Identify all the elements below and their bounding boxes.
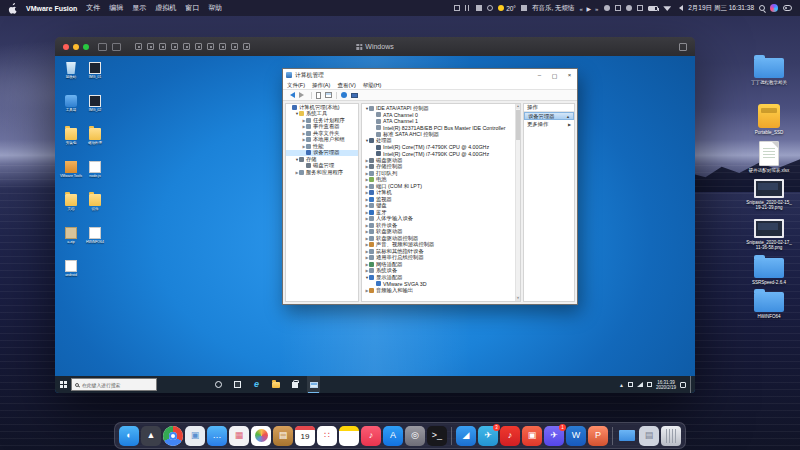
actions-device-manager[interactable]: 设备管理器 ▲ [524, 112, 574, 120]
grid-status-icon[interactable] [615, 5, 621, 11]
desktop-icon-excel[interactable]: 硬件适配对照表.xlsx [744, 141, 794, 173]
usb-icon[interactable] [219, 43, 226, 50]
close-button[interactable]: × [562, 69, 577, 81]
heart-status-icon[interactable] [604, 5, 610, 11]
tray-app-icon[interactable] [628, 382, 633, 387]
desktop-icon-folder[interactable]: HWiNFO64 [744, 292, 794, 319]
cm-menu[interactable]: 帮助(H) [363, 82, 382, 89]
vmware-titlebar[interactable]: Windows [55, 37, 695, 56]
minimize-button[interactable]: – [532, 69, 547, 81]
back-icon[interactable] [287, 92, 295, 98]
dock-vscode[interactable]: ◢ [456, 426, 476, 446]
taskbar-app-file-explorer[interactable] [269, 376, 282, 393]
dock-powerpoint[interactable]: P [588, 426, 608, 446]
app-status-icon[interactable] [476, 5, 482, 11]
wifi-icon[interactable] [663, 5, 671, 11]
help-icon[interactable] [341, 92, 347, 98]
vm-desktop-icon[interactable]: VMware Tools [60, 161, 82, 178]
menubar-app-name[interactable]: VMware Fusion [26, 5, 77, 12]
desktop-icon-folder[interactable]: SSRSpeed-2.6.4 [744, 258, 794, 285]
desktop-icon-image[interactable]: Snipaste_2020-02-15_19-21-39.png [744, 179, 794, 210]
vm-desktop-icon[interactable]: node.js [84, 161, 106, 178]
taskbar-search-input[interactable]: 在此键入进行搜索 [71, 378, 157, 391]
dock-terminal[interactable]: >_ [427, 426, 447, 446]
dock-photos[interactable] [251, 426, 271, 446]
dock-downloads-folder[interactable] [617, 426, 637, 446]
taskbar-app-edge[interactable]: e [250, 376, 263, 393]
maximize-button[interactable]: ▢ [547, 69, 562, 81]
network-icon[interactable] [637, 382, 643, 387]
sound-icon[interactable] [243, 43, 250, 50]
vm-desktop-icon[interactable]: HWiNFO64 [84, 227, 106, 244]
console-tree-item[interactable]: ▶服务和应用程序 [286, 169, 358, 176]
taskbar-clock[interactable]: 16:31:39 2020/2/19 [656, 380, 676, 390]
weather-widget[interactable]: 20° [498, 5, 516, 12]
dock-app-store[interactable]: A [383, 426, 403, 446]
wrench-icon[interactable] [135, 43, 142, 50]
vm-desktop-icon[interactable]: 文档 [60, 194, 82, 211]
menubar-menu[interactable]: 文件 [86, 3, 100, 13]
menubar-menu[interactable]: 显示 [132, 3, 146, 13]
cm-menu[interactable]: 操作(A) [312, 82, 330, 89]
start-button[interactable] [55, 376, 71, 393]
dock-reminders[interactable]: ∷ [317, 426, 337, 446]
vertical-scrollbar[interactable]: ▲ ▼ [515, 104, 520, 301]
menubar-menu[interactable]: 虚拟机 [155, 3, 176, 13]
zoom-traffic-light[interactable] [83, 44, 89, 50]
lock-icon[interactable] [159, 43, 166, 50]
taskbar-app-store[interactable] [288, 376, 301, 393]
battery-icon[interactable] [648, 6, 658, 11]
dock-documents-stack[interactable]: ▤ [639, 426, 659, 446]
music-app-status-icon[interactable] [626, 5, 632, 11]
minimize-traffic-light[interactable] [73, 44, 79, 50]
arrows-icon[interactable] [147, 43, 154, 50]
window-icon[interactable] [195, 43, 202, 50]
dock-messages[interactable]: … [207, 426, 227, 446]
spotlight-icon[interactable] [759, 5, 765, 11]
dock-books[interactable]: ▤ [273, 426, 293, 446]
dock-calendar[interactable]: 19 [295, 426, 315, 446]
dock-trash[interactable] [661, 426, 681, 446]
expand-icon[interactable]: ▶ [568, 122, 571, 127]
camera-icon[interactable] [183, 43, 190, 50]
vm-desktop-icon[interactable]: 驱动程序 [84, 128, 106, 145]
tray-overflow-icon[interactable]: ▲ [619, 382, 624, 388]
computer-icon[interactable] [351, 93, 358, 98]
cloud-status-icon[interactable] [637, 5, 643, 11]
taskbar-app-cortana[interactable] [212, 376, 225, 393]
media-keys[interactable]: « ▶ » [580, 5, 600, 12]
menubar-clock[interactable]: 2月19日 周三 16:31:38 [688, 4, 754, 13]
power-icon[interactable] [171, 43, 178, 50]
desktop-icon-image[interactable]: Snipaste_2020-02-17_11-36-58.png [744, 219, 794, 250]
menubar-menu[interactable]: 窗口 [185, 3, 199, 13]
dock-netease-music[interactable]: ♪ [500, 426, 520, 446]
cm-titlebar[interactable]: 计算机管理 –▢× [283, 69, 577, 81]
network-icon[interactable] [231, 43, 238, 50]
dock-utility-app[interactable]: ▦ [229, 426, 249, 446]
dock-system-preferences[interactable]: ◎ [405, 426, 425, 446]
device-tree-item[interactable]: ▶音频输入和输出 [363, 287, 520, 294]
show-desktop-button[interactable] [690, 376, 693, 393]
actions-more[interactable]: 更多操作 ▶ [524, 120, 574, 128]
scroll-up-icon[interactable]: ▲ [516, 104, 520, 109]
vm-desktop-icon[interactable]: IMG_02 [84, 95, 106, 112]
close-traffic-light[interactable] [63, 44, 69, 50]
dock-finder[interactable]: ◐ [119, 426, 139, 446]
menubar-menu[interactable]: 帮助 [208, 3, 222, 13]
dock-launchpad[interactable]: ▲ [141, 426, 161, 446]
sidebar-toggle-button[interactable] [98, 43, 107, 51]
sound-icon[interactable] [647, 382, 652, 387]
show-window-icon[interactable] [325, 92, 332, 98]
taskbar-app-computer-management[interactable] [307, 376, 320, 393]
desktop-icon-drive[interactable]: Portable_SSD [744, 104, 794, 135]
devices-icon[interactable] [207, 43, 214, 50]
dock-preview[interactable]: ▣ [185, 426, 205, 446]
control-center-icon[interactable] [783, 5, 792, 11]
desktop-icon-folder[interactable]: 丁丁远程教学相关 [744, 58, 794, 85]
dock-word[interactable]: W [566, 426, 586, 446]
vm-desktop-icon[interactable]: android [60, 260, 82, 277]
dock-chrome[interactable] [163, 426, 183, 446]
vm-desktop-icon[interactable]: 安装包 [60, 128, 82, 145]
display-status-icon[interactable] [454, 5, 460, 11]
snapshots-button[interactable] [112, 43, 121, 51]
